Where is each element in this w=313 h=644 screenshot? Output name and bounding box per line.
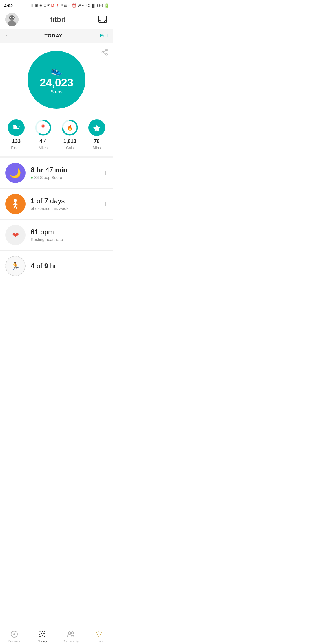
svg-rect-20 xyxy=(13,126,17,128)
photos-icon: ⊞ xyxy=(43,4,46,8)
miles-icon: 📍 xyxy=(35,119,52,136)
gmail-icon: M xyxy=(51,3,54,8)
active-main: 4 of 9 hr xyxy=(31,262,108,270)
battery-text: 88% xyxy=(97,4,103,7)
svg-line-17 xyxy=(103,50,106,52)
svg-rect-21 xyxy=(13,125,16,126)
miles-name: Miles xyxy=(39,146,48,150)
signal-bars: ▐▌ xyxy=(91,4,96,7)
active-icon-wrap: 🏃 xyxy=(5,256,26,276)
message-icon: ▣ xyxy=(35,3,38,8)
status-time: 4:02 xyxy=(4,3,13,8)
active-zone-card[interactable]: 🏃 4 of 9 hr xyxy=(0,251,113,281)
circle-icon: ◉ xyxy=(39,3,42,8)
cals-value: 1,813 xyxy=(63,138,77,144)
grid-icon: ⠿ xyxy=(61,4,63,8)
svg-point-1 xyxy=(9,15,14,21)
mins-icon xyxy=(88,119,105,136)
exercise-content: 1 of 7 days of exercise this week xyxy=(31,197,99,211)
svg-point-4 xyxy=(13,17,14,18)
svg-point-28 xyxy=(14,199,17,202)
stat-cals[interactable]: 🔥 1,813 Cals xyxy=(61,119,78,150)
miles-value: 4.4 xyxy=(39,138,47,144)
svg-rect-19 xyxy=(13,128,19,129)
steps-label: Steps xyxy=(51,89,63,95)
cals-icon: 🔥 xyxy=(61,119,78,136)
mins-name: Mins xyxy=(93,146,101,150)
wifi-icon: WiFi xyxy=(78,3,85,8)
share-button[interactable] xyxy=(101,48,108,57)
heart-icon: ❤ xyxy=(12,230,19,240)
edit-button[interactable]: Edit xyxy=(100,33,108,39)
heart-icon-wrap: ❤ xyxy=(5,225,26,245)
stat-miles[interactable]: 📍 4.4 Miles xyxy=(35,119,52,150)
exercise-card[interactable]: 1 of 7 days of exercise this week + xyxy=(0,189,113,220)
app-header: fitbit xyxy=(0,10,113,29)
battery-icon: 🔋 xyxy=(104,3,109,8)
steps-count: 24,023 xyxy=(40,77,73,88)
svg-marker-27 xyxy=(93,124,101,131)
status-bar: 4:02 ⠿ ▣ ◉ ⊞ ✉ M 📍 ⠿ ▦ ··· ⏰ WiFi 4G ▐▌ … xyxy=(0,0,113,10)
floors-name: Floors xyxy=(11,146,21,150)
avatar[interactable] xyxy=(5,13,19,26)
network-icon: 4G xyxy=(86,4,90,7)
maps-icon: 📍 xyxy=(55,4,59,8)
svg-point-15 xyxy=(102,51,103,53)
stat-floors[interactable]: 133 Floors xyxy=(8,119,25,150)
sleep-content: 8 hr 47 min ●84 Sleep Score xyxy=(31,166,99,180)
floors-icon xyxy=(8,119,25,136)
nav-title: TODAY xyxy=(45,33,63,39)
svg-line-18 xyxy=(103,53,106,54)
stat-mins[interactable]: 78 Mins xyxy=(88,119,105,150)
svg-point-14 xyxy=(106,49,107,51)
nav-bar: ‹ TODAY Edit xyxy=(0,29,113,43)
heart-sub: Resting heart rate xyxy=(31,237,108,242)
sleep-add-button[interactable]: + xyxy=(104,169,108,177)
status-icons: ⠿ ▣ ◉ ⊞ ✉ M 📍 ⠿ ▦ ··· ⏰ WiFi 4G ▐▌ 88% 🔋 xyxy=(31,3,109,8)
more-icon: ··· xyxy=(68,4,71,7)
heart-rate-card[interactable]: ❤ 61 bpm Resting heart rate xyxy=(0,220,113,251)
floors-value: 133 xyxy=(12,138,21,144)
sleep-sub: ●84 Sleep Score xyxy=(31,175,99,180)
stats-row: 133 Floors 📍 4.4 Miles 🔥 xyxy=(0,115,113,158)
sleep-card[interactable]: 🌙 8 hr 47 min ●84 Sleep Score + xyxy=(0,158,113,189)
exercise-icon xyxy=(10,198,21,210)
google-podcasts-icon: ⠿ xyxy=(31,3,34,8)
exercise-add-button[interactable]: + xyxy=(104,200,108,208)
heart-main: 61 bpm xyxy=(31,228,108,236)
svg-point-16 xyxy=(106,54,107,55)
exercise-main: 1 of 7 days xyxy=(31,197,99,205)
exercise-icon-wrap xyxy=(5,194,26,214)
sleep-icon: 🌙 xyxy=(10,167,21,178)
cals-name: Cals xyxy=(66,146,74,150)
svg-point-3 xyxy=(10,17,11,18)
mail-icon: ✉ xyxy=(47,3,50,8)
svg-marker-22 xyxy=(19,125,20,128)
app-title: fitbit xyxy=(50,15,66,24)
heart-content: 61 bpm Resting heart rate xyxy=(31,228,108,242)
back-button[interactable]: ‹ xyxy=(5,32,7,40)
steps-section: 👟 24,023 Steps xyxy=(0,43,113,115)
alarm-icon: ⏰ xyxy=(72,3,77,8)
mins-value: 78 xyxy=(94,138,100,144)
exercise-sub: of exercise this week xyxy=(31,206,99,211)
calendar-icon: ▦ xyxy=(64,4,67,8)
inbox-button[interactable] xyxy=(97,14,108,25)
steps-shoe-icon: 👟 xyxy=(51,65,62,76)
active-icon: 🏃 xyxy=(11,262,20,271)
sleep-main: 8 hr 47 min xyxy=(31,166,99,174)
svg-line-33 xyxy=(15,206,17,209)
sleep-icon-wrap: 🌙 xyxy=(5,163,26,183)
active-content: 4 of 9 hr xyxy=(31,262,108,270)
steps-circle[interactable]: 👟 24,023 Steps xyxy=(28,51,85,109)
